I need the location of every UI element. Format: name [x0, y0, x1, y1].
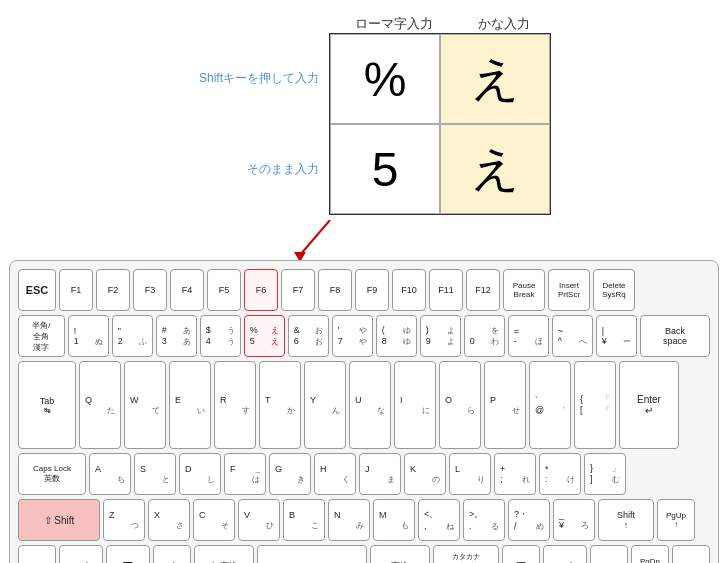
key-esc[interactable]: ESC — [18, 269, 56, 311]
key-slash[interactable]: ?・ /め — [508, 499, 550, 541]
svg-marker-1 — [294, 252, 306, 260]
bottom-row: Fn Ctrl ⊞ Alt 無変換 変換 カタカナひらがなローマ字 ⬛ Ctrl… — [18, 545, 710, 563]
key-backspace[interactable]: Backspace — [640, 315, 710, 357]
key-y[interactable]: Y ん — [304, 361, 346, 449]
key-f5[interactable]: F5 — [207, 269, 241, 311]
key-bracket-left[interactable]: {「 [「 — [574, 361, 616, 449]
key-8[interactable]: (ゆ 8ゆ — [376, 315, 417, 357]
kana-label: かな入力 — [449, 15, 559, 33]
key-z[interactable]: Z つ — [103, 499, 145, 541]
key-f9[interactable]: F9 — [355, 269, 389, 311]
key-f4[interactable]: F4 — [170, 269, 204, 311]
key-p[interactable]: P せ — [484, 361, 526, 449]
key-1[interactable]: ! 1ぬ — [68, 315, 109, 357]
key-h[interactable]: H く — [314, 453, 356, 495]
key-2[interactable]: " 2ふ — [112, 315, 153, 357]
key-fn[interactable]: Fn — [18, 545, 56, 563]
key-g[interactable]: G き — [269, 453, 311, 495]
key-tab[interactable]: Tab↹ — [18, 361, 76, 449]
key-f6[interactable]: F6 — [244, 269, 278, 311]
key-0[interactable]: を 0わ — [464, 315, 505, 357]
key-9[interactable]: )よ 9よ — [420, 315, 461, 357]
chart-top-labels: ローマ字入力 かな入力 — [339, 15, 559, 33]
key-j[interactable]: J ま — [359, 453, 401, 495]
key-f11[interactable]: F11 — [429, 269, 463, 311]
cell-normal-kana: え — [440, 124, 550, 214]
key-delete[interactable]: DeleteSysRq — [593, 269, 635, 311]
key-5[interactable]: %え 5え — [244, 315, 285, 357]
key-f10[interactable]: F10 — [392, 269, 426, 311]
key-colon[interactable]: * :け — [539, 453, 581, 495]
input-chart: ローマ字入力 かな入力 Shiftキーを押して入力 そのまま入力 % え 5 え — [169, 15, 559, 215]
key-i[interactable]: I に — [394, 361, 436, 449]
shift-label: Shiftキーを押して入力 — [169, 34, 329, 124]
key-muhenkan[interactable]: 無変換 — [194, 545, 254, 563]
key-b[interactable]: B こ — [283, 499, 325, 541]
key-a[interactable]: A ち — [89, 453, 131, 495]
key-space[interactable] — [257, 545, 367, 563]
key-c[interactable]: C そ — [193, 499, 235, 541]
key-s[interactable]: S と — [134, 453, 176, 495]
key-ctrl-left[interactable]: Ctrl — [59, 545, 103, 563]
key-f8[interactable]: F8 — [318, 269, 352, 311]
key-k[interactable]: K の — [404, 453, 446, 495]
key-home[interactable]: Home — [590, 545, 628, 563]
key-f12[interactable]: F12 — [466, 269, 500, 311]
key-at[interactable]: ` @゛ — [529, 361, 571, 449]
key-u[interactable]: U な — [349, 361, 391, 449]
key-f2[interactable]: F2 — [96, 269, 130, 311]
key-n[interactable]: N み — [328, 499, 370, 541]
function-key-row: ESC F1 F2 F3 F4 F5 F6 F7 F8 F9 F10 F11 F… — [18, 269, 710, 311]
key-shift-right[interactable]: Shift↑ — [598, 499, 654, 541]
key-alt[interactable]: Alt — [153, 545, 191, 563]
keyboard: ESC F1 F2 F3 F4 F5 F6 F7 F8 F9 F10 F11 F… — [9, 260, 719, 563]
key-f[interactable]: F_ は — [224, 453, 266, 495]
key-o[interactable]: O ら — [439, 361, 481, 449]
key-insert[interactable]: InsertPrtScr — [548, 269, 590, 311]
normal-label: そのまま入力 — [169, 125, 329, 215]
key-t[interactable]: T か — [259, 361, 301, 449]
key-4[interactable]: $う 4う — [200, 315, 241, 357]
key-caret[interactable]: ~ ^へ — [552, 315, 593, 357]
key-pgdn[interactable]: PgDn↓ — [631, 545, 669, 563]
asdf-row: Caps Lock英数 A ち S と D し F_ は G き H く J ま — [18, 453, 710, 495]
key-e[interactable]: E い — [169, 361, 211, 449]
key-shift-left[interactable]: ⇧ Shift — [18, 499, 100, 541]
key-pause[interactable]: PauseBreak — [503, 269, 545, 311]
key-r[interactable]: R す — [214, 361, 256, 449]
key-hankaku[interactable]: 半角/全角漢字 — [18, 315, 65, 357]
key-v[interactable]: V ひ — [238, 499, 280, 541]
cell-shift-kana: え — [440, 34, 550, 124]
key-capslock[interactable]: Caps Lock英数 — [18, 453, 86, 495]
key-minus[interactable]: = -ほ — [508, 315, 549, 357]
key-f7[interactable]: F7 — [281, 269, 315, 311]
key-backslash[interactable]: _ ¥ろ — [553, 499, 595, 541]
key-m[interactable]: M も — [373, 499, 415, 541]
chart-side-labels: Shiftキーを押して入力 そのまま入力 — [169, 33, 329, 215]
key-l[interactable]: L り — [449, 453, 491, 495]
key-x[interactable]: X さ — [148, 499, 190, 541]
key-ctrl-right[interactable]: Ctrl — [543, 545, 587, 563]
key-pgup[interactable]: PgUp↑ — [657, 499, 695, 541]
cell-shift-roman: % — [330, 34, 440, 124]
key-henkan[interactable]: 変換 — [370, 545, 430, 563]
key-6[interactable]: &お 6お — [288, 315, 329, 357]
key-comma[interactable]: <、 ,ね — [418, 499, 460, 541]
key-period[interactable]: >。 .る — [463, 499, 505, 541]
key-semicolon[interactable]: + ;れ — [494, 453, 536, 495]
key-yen[interactable]: | ¥ー — [596, 315, 637, 357]
key-bracket-right[interactable]: }」 ]む — [584, 453, 626, 495]
key-end[interactable]: End — [672, 545, 710, 563]
key-q[interactable]: Q た — [79, 361, 121, 449]
key-f3[interactable]: F3 — [133, 269, 167, 311]
key-win[interactable]: ⊞ — [106, 545, 150, 563]
key-d[interactable]: D し — [179, 453, 221, 495]
arrow-indicator — [10, 225, 718, 255]
key-f1[interactable]: F1 — [59, 269, 93, 311]
key-display[interactable]: ⬛ — [502, 545, 540, 563]
key-enter[interactable]: Enter↵ — [619, 361, 679, 449]
key-7[interactable]: 'や 7や — [332, 315, 373, 357]
key-3[interactable]: #あ 3あ — [156, 315, 197, 357]
key-katakana[interactable]: カタカナひらがなローマ字 — [433, 545, 499, 563]
key-w[interactable]: W て — [124, 361, 166, 449]
